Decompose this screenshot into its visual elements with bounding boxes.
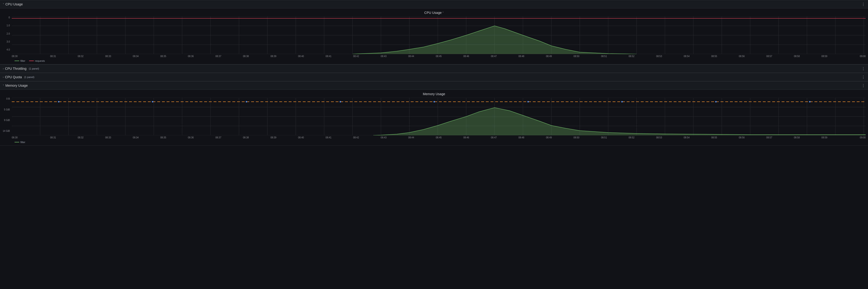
svg-point-73 — [58, 101, 59, 103]
memory-usage-x-axis: 08:30 08:31 08:32 08:33 08:34 08:35 08:3… — [12, 136, 866, 139]
memory-usage-section-header[interactable]: ˅ Memory Usage ⋮ — [0, 81, 868, 90]
svg-point-77 — [434, 101, 435, 103]
cpu-usage-section-header[interactable]: ˅ CPU Usage ⋮ — [0, 0, 868, 8]
cpu-filter-legend: filter — [14, 59, 25, 62]
memory-usage-chevron: ˅ — [3, 84, 4, 87]
cpu-filter-legend-line — [14, 61, 19, 61]
cpu-usage-chart-panel: CPU Usage ˅ 4.0 3.0 2.0 1.0 0 — [0, 8, 868, 64]
cpu-usage-svg — [12, 17, 866, 54]
cpu-quota-subtitle: (1 panel) — [24, 76, 34, 79]
memory-usage-svg — [12, 98, 866, 135]
svg-point-79 — [621, 101, 623, 103]
cpu-requests-legend: requests — [29, 59, 45, 62]
memory-usage-more-icon[interactable]: ⋮ — [861, 83, 865, 88]
memory-usage-y-axis: 14 GiB 9 GiB 5 GiB 0 B — [0, 98, 11, 132]
cpu-usage-y-axis: 4.0 3.0 2.0 1.0 0 — [0, 17, 11, 51]
cpu-usage-legend: filter requests — [12, 58, 868, 64]
cpu-throttling-subtitle: (1 panel) — [29, 67, 39, 70]
memory-usage-chart-area: 14 GiB 9 GiB 5 GiB 0 B — [12, 98, 866, 139]
memory-filter-legend-line — [14, 142, 19, 142]
cpu-usage-chart-area: 4.0 3.0 2.0 1.0 0 — [12, 17, 866, 58]
svg-marker-36 — [12, 26, 866, 54]
cpu-usage-chevron: ˅ — [3, 3, 4, 6]
cpu-quota-title: CPU Quota — [5, 75, 22, 79]
cpu-quota-chevron: › — [3, 76, 3, 79]
cpu-throttling-chevron: › — [3, 67, 3, 70]
cpu-quota-section-header[interactable]: › CPU Quota (1 panel) ⋮ — [0, 73, 868, 81]
cpu-throttling-title: CPU Throttling — [5, 67, 27, 70]
svg-point-76 — [340, 101, 341, 103]
cpu-usage-x-axis: 08:30 08:31 08:32 08:33 08:34 08:35 08:3… — [12, 55, 866, 58]
svg-point-78 — [527, 101, 529, 103]
cpu-throttling-section-header[interactable]: › CPU Throttling (1 panel) ⋮ — [0, 64, 868, 73]
svg-marker-82 — [12, 108, 866, 135]
svg-point-80 — [715, 101, 717, 103]
cpu-usage-chart-title: CPU Usage ˅ — [0, 11, 868, 15]
cpu-throttling-more-icon[interactable]: ⋮ — [861, 66, 865, 71]
svg-point-74 — [152, 101, 153, 103]
cpu-usage-title: CPU Usage — [5, 2, 23, 6]
cpu-quota-more-icon[interactable]: ⋮ — [861, 75, 865, 80]
svg-point-75 — [246, 101, 247, 103]
cpu-usage-dropdown-icon[interactable]: ˅ — [442, 11, 444, 14]
cpu-requests-legend-line — [29, 61, 34, 61]
memory-usage-title: Memory Usage — [5, 84, 28, 87]
cpu-usage-more-icon[interactable]: ⋮ — [861, 2, 865, 7]
memory-usage-legend: filter — [12, 139, 868, 145]
memory-usage-chart-panel: Memory Usage 14 GiB 9 GiB 5 GiB 0 B — [0, 90, 868, 146]
memory-filter-legend: filter — [14, 141, 25, 144]
svg-point-81 — [809, 101, 810, 103]
memory-usage-chart-title: Memory Usage — [0, 92, 868, 96]
